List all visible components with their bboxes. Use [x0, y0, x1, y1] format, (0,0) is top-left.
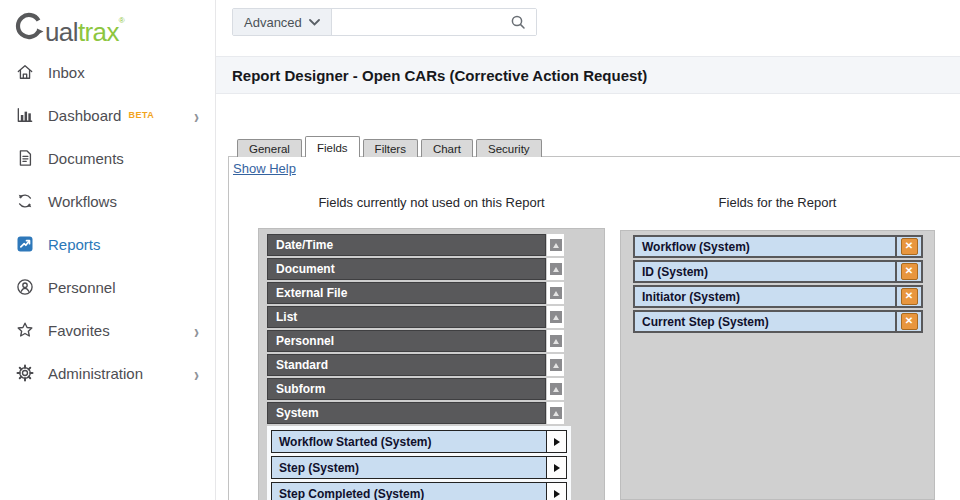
category-row-document[interactable]: Document [267, 258, 564, 280]
sidebar-item-label: Workflows [48, 193, 117, 210]
search-button[interactable] [500, 9, 536, 35]
remove-cell: ✕ [895, 237, 921, 256]
tab-chart[interactable]: Chart [421, 139, 473, 157]
search-scope-label: Advanced [244, 15, 302, 30]
collapse-button[interactable] [547, 378, 564, 400]
category-row-system[interactable]: System [267, 402, 564, 424]
category-label: Document [267, 258, 546, 280]
remove-field-button[interactable]: ✕ [901, 313, 918, 330]
sidebar-item-favorites[interactable]: Favorites › [0, 316, 215, 344]
report-field-row-initiator[interactable]: Initiator (System) ✕ [633, 285, 923, 308]
tab-strip: General Fields Filters Chart Security [237, 136, 545, 157]
category-label: Date/Time [267, 234, 546, 256]
field-row-step-completed[interactable]: Step Completed (System) [271, 482, 567, 500]
chevron-right-icon: › [194, 362, 199, 384]
add-field-button[interactable] [546, 457, 566, 478]
arrow-up-icon [550, 263, 562, 275]
add-field-button[interactable] [546, 483, 566, 500]
app-window: ualtrax® Inbox Dashboard BETA › [0, 0, 960, 500]
arrow-up-icon [550, 383, 562, 395]
remove-field-button[interactable]: ✕ [901, 238, 918, 255]
beta-badge: BETA [128, 110, 154, 120]
field-row-step[interactable]: Step (System) [271, 456, 567, 479]
category-row-datetime[interactable]: Date/Time [267, 234, 564, 256]
sidebar-nav: Inbox Dashboard BETA › Documents [0, 58, 215, 402]
sidebar-item-label: Personnel [48, 279, 116, 296]
sidebar-item-inbox[interactable]: Inbox [0, 58, 215, 86]
remove-cell: ✕ [895, 287, 921, 306]
sidebar: ualtrax® Inbox Dashboard BETA › [0, 0, 216, 500]
sidebar-item-label: Documents [48, 150, 124, 167]
remove-field-button[interactable]: ✕ [901, 263, 918, 280]
search-icon [510, 14, 526, 30]
remove-field-button[interactable]: ✕ [901, 288, 918, 305]
category-label: System [267, 402, 546, 424]
collapse-button[interactable] [547, 234, 564, 256]
arrow-up-icon [550, 335, 562, 347]
collapse-button[interactable] [547, 354, 564, 376]
collapse-button[interactable] [547, 402, 564, 424]
bar-chart-icon [14, 104, 36, 126]
category-label: Personnel [267, 330, 546, 352]
category-row-subform[interactable]: Subform [267, 378, 564, 400]
tab-general[interactable]: General [237, 139, 302, 157]
report-field-row-current-step[interactable]: Current Step (System) ✕ [633, 310, 923, 333]
search-scope-dropdown[interactable]: Advanced [233, 9, 332, 35]
gear-icon [14, 362, 36, 384]
category-row-personnel[interactable]: Personnel [267, 330, 564, 352]
sidebar-item-label: Dashboard [48, 107, 121, 124]
field-label: Workflow Started (System) [272, 431, 546, 452]
chevron-right-icon: › [194, 319, 199, 341]
sidebar-item-personnel[interactable]: Personnel [0, 273, 215, 301]
sidebar-item-administration[interactable]: Administration › [0, 359, 215, 387]
cycle-arrows-icon [14, 190, 36, 212]
qualtrax-logo[interactable]: ualtrax® [13, 9, 124, 43]
star-icon [14, 319, 36, 341]
remove-cell: ✕ [895, 312, 921, 331]
system-expanded-list: Workflow Started (System) Step (System) … [267, 426, 571, 500]
report-field-label: ID (System) [635, 262, 895, 281]
main-area: Advanced Report Designer - Open CARs (Co… [216, 0, 960, 500]
logo-q-icon [13, 10, 45, 42]
search-input[interactable] [332, 9, 500, 35]
sidebar-item-workflows[interactable]: Workflows [0, 187, 215, 215]
sidebar-item-dashboard[interactable]: Dashboard BETA › [0, 101, 215, 129]
report-field-row-workflow[interactable]: Workflow (System) ✕ [633, 235, 923, 258]
report-field-label: Initiator (System) [635, 287, 895, 306]
category-row-external-file[interactable]: External File [267, 282, 564, 304]
tab-content-area: General Fields Filters Chart Security Sh… [216, 95, 960, 500]
tab-fields[interactable]: Fields [305, 136, 360, 157]
report-field-label: Current Step (System) [635, 312, 895, 331]
title-bar: Report Designer - Open CARs (Corrective … [216, 56, 960, 94]
page-title: Report Designer - Open CARs (Corrective … [232, 67, 647, 84]
sidebar-item-documents[interactable]: Documents [0, 144, 215, 172]
logo-text: ualtrax® [45, 6, 124, 47]
add-field-button[interactable] [546, 431, 566, 452]
category-label: Standard [267, 354, 546, 376]
arrow-right-icon [554, 464, 560, 472]
category-label: Subform [267, 378, 546, 400]
arrow-up-icon [550, 239, 562, 251]
collapse-button[interactable] [547, 306, 564, 328]
arrow-up-icon [550, 311, 562, 323]
field-label: Step Completed (System) [272, 483, 546, 500]
document-icon [14, 147, 36, 169]
category-row-standard[interactable]: Standard [267, 354, 564, 376]
arrow-up-icon [550, 407, 562, 419]
sidebar-item-reports[interactable]: Reports [0, 230, 215, 258]
report-fields-header: Fields for the Report [620, 195, 935, 210]
remove-cell: ✕ [895, 262, 921, 281]
show-help-link[interactable]: Show Help [233, 161, 296, 176]
collapse-button[interactable] [547, 330, 564, 352]
arrow-up-icon [550, 287, 562, 299]
report-field-label: Workflow (System) [635, 237, 895, 256]
sidebar-item-label: Reports [48, 236, 101, 253]
search-control: Advanced [232, 8, 537, 36]
category-row-list[interactable]: List [267, 306, 564, 328]
collapse-button[interactable] [547, 258, 564, 280]
field-row-workflow-started[interactable]: Workflow Started (System) [271, 430, 567, 453]
tab-filters[interactable]: Filters [363, 139, 418, 157]
report-field-row-id[interactable]: ID (System) ✕ [633, 260, 923, 283]
tab-security[interactable]: Security [476, 139, 542, 157]
collapse-button[interactable] [547, 282, 564, 304]
